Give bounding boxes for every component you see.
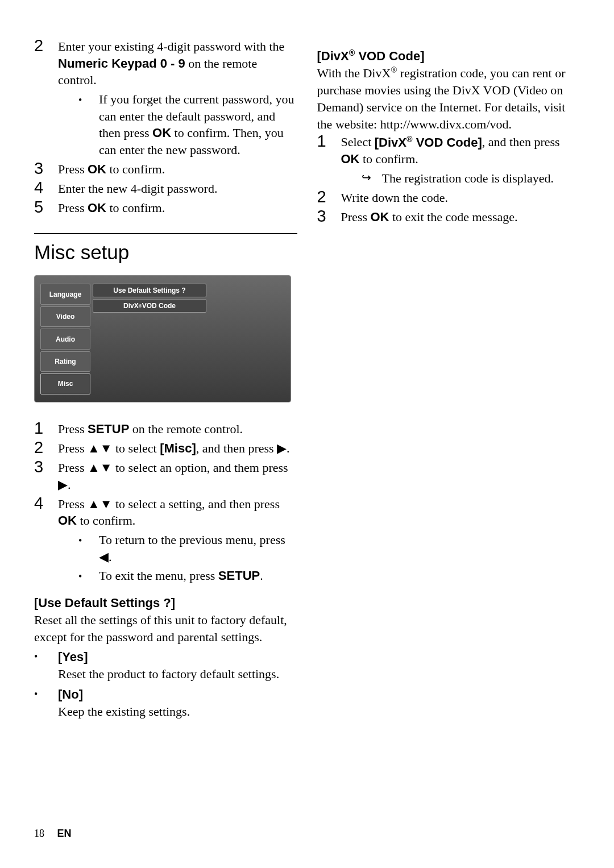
menu-option: DivX® VOD Code [93,299,206,313]
option-text: Keep the existing settings. [58,704,190,719]
bullet-icon: • [78,91,99,159]
step-text: Select [DivX® VOD Code], and then press … [341,132,580,186]
step-text: Press ▲▼ to select an option, and them p… [58,458,297,493]
menu-tab-rating: Rating [40,351,90,372]
vod-desc: With the DivX® registration code, you ca… [317,65,580,132]
sub-bullet: •To exit the menu, press SETUP. [78,567,297,584]
option-bullet: •[No]Keep the existing settings. [34,686,297,720]
option-text: Reset the product to factory default set… [58,667,279,681]
step: 5Press OK to confirm. [34,198,297,217]
step: 3Press OK to exit the code message. [317,207,580,226]
step: 1Select [DivX® VOD Code], and then press… [317,132,580,186]
uds-options: •[Yes]Reset the product to factory defau… [34,649,297,720]
step: 3Press OK to confirm. [34,160,297,178]
step-text: Press OK to confirm. [58,160,297,178]
menu-options: Use Default Settings ?DivX® VOD Code [93,284,285,394]
left-column: 2Enter your existing 4-digit password wi… [34,37,297,720]
step: 4Enter the new 4-digit password. [34,179,297,197]
menu-tab-misc: Misc [40,373,90,394]
arrow-icon: ↪ [362,170,382,187]
right-column: [DivX® VOD Code] With the DivX® registra… [317,37,580,720]
step: 4Press ▲▼ to select a setting, and then … [34,495,297,584]
uds-heading: [Use Default Settings ?] [34,596,297,610]
vod-steps: 1Select [DivX® VOD Code], and then press… [317,132,580,225]
page-number: 18 [34,828,44,839]
step-text: Press SETUP on the remote control. [58,420,297,438]
step-number: 4 [34,495,58,584]
steps-mid: 1Press SETUP on the remote control.2Pres… [34,420,297,584]
step-text: Press ▲▼ to select a setting, and then p… [58,495,297,584]
menu-tabs: LanguageVideoAudioRatingMisc [40,284,90,394]
option-label: [No] [58,687,83,701]
step: 2Enter your existing 4-digit password wi… [34,37,297,159]
step-text: Enter your existing 4-digit password wit… [58,37,297,159]
step-number: 3 [317,207,341,226]
step-number: 2 [34,37,58,159]
step-number: 2 [34,439,58,457]
vod-heading: [DivX® VOD Code] [317,48,580,64]
step-number: 1 [317,132,341,186]
bullet-icon: • [78,567,99,584]
sub-result: ↪The registration code is displayed. [362,170,580,187]
bullet-icon: • [34,649,58,682]
menu-tab-audio: Audio [40,329,90,349]
page-footer: 18 EN [34,828,72,840]
steps-top: 2Enter your existing 4-digit password wi… [34,37,297,216]
sub-bullet: •To return to the previous menu, press ◀… [78,531,297,565]
step: 3Press ▲▼ to select an option, and them … [34,458,297,493]
step-text: Press OK to confirm. [58,198,297,217]
menu-option: Use Default Settings ? [93,284,206,297]
bullet-icon: • [78,531,99,565]
step: 2Write down the code. [317,188,580,206]
step-text: Press OK to exit the code message. [341,207,580,226]
menu-tab-language: Language [40,284,90,304]
option-bullet: •[Yes]Reset the product to factory defau… [34,649,297,682]
step-number: 1 [34,420,58,438]
step-number: 3 [34,458,58,493]
setup-menu-screenshot: LanguageVideoAudioRatingMisc Use Default… [34,275,291,402]
step: 1Press SETUP on the remote control. [34,420,297,438]
divider [34,233,297,234]
step-text: Write down the code. [341,188,580,206]
step-number: 5 [34,198,58,217]
language-code: EN [57,828,72,839]
uds-desc: Reset all the settings of this unit to f… [34,612,297,645]
section-heading: Misc setup [34,241,297,264]
step-number: 3 [34,160,58,178]
step-number: 2 [317,188,341,206]
step-text: Enter the new 4-digit password. [58,179,297,197]
step-text: Press ▲▼ to select [Misc], and then pres… [58,439,297,457]
bullet-icon: • [34,686,58,720]
menu-tab-video: Video [40,306,90,327]
option-label: [Yes] [58,650,88,664]
step: 2Press ▲▼ to select [Misc], and then pre… [34,439,297,457]
sub-bullet: •If you forget the current password, you… [78,91,297,159]
step-number: 4 [34,179,58,197]
